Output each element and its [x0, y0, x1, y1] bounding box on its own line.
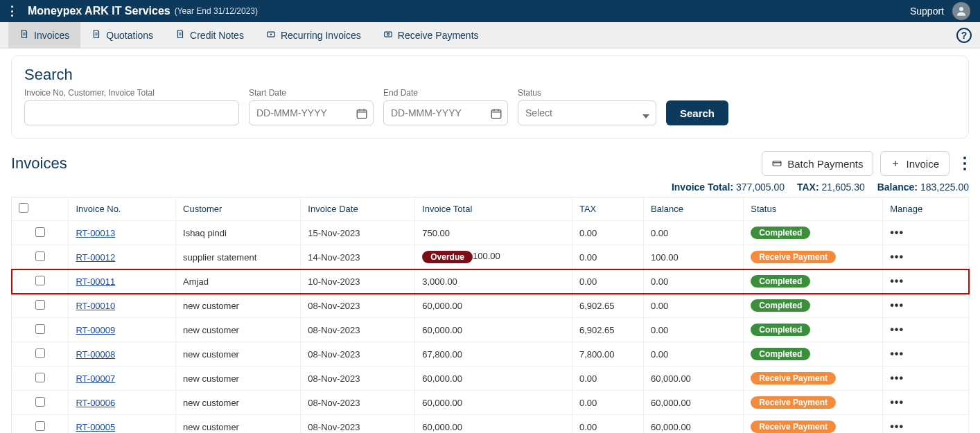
total-cell: 750.00 [415, 221, 572, 245]
help-button[interactable]: ? [956, 28, 972, 43]
row-actions-menu[interactable]: ••• [890, 299, 904, 311]
table-row: RT-00009new customer08-Nov-202360,000.00… [12, 318, 969, 342]
user-icon [955, 5, 968, 17]
row-select-checkbox[interactable] [35, 348, 45, 358]
col-invoice-total: Invoice Total [415, 197, 572, 221]
tax-cell: 0.00 [572, 269, 643, 294]
invoice-link[interactable]: RT-00005 [76, 422, 115, 432]
table-row: RT-00011Amjad10-Nov-20233,000.000.000.00… [12, 269, 969, 294]
tax-cell: 0.00 [572, 221, 643, 245]
date-cell: 08-Nov-2023 [301, 318, 415, 342]
invoice-link[interactable]: RT-00009 [76, 325, 115, 335]
row-actions-menu[interactable]: ••• [890, 396, 904, 408]
start-date-label: Start Date [249, 88, 374, 98]
tax-cell: 7,800.00 [572, 342, 643, 366]
table-row: RT-00012supplier statement14-Nov-2023Ove… [12, 245, 969, 269]
invoice-link[interactable]: RT-00013 [76, 228, 115, 238]
balance-cell: 60,000.00 [644, 391, 744, 415]
tax-cell: 0.00 [572, 245, 643, 269]
calendar-icon [490, 107, 502, 120]
row-select-checkbox[interactable] [35, 276, 45, 285]
status-badge: Completed [751, 299, 810, 312]
total-cell: Overdue100.00 [415, 245, 572, 269]
tab-receive-payments[interactable]: Receive Payments [372, 22, 490, 48]
status-badge: Completed [751, 324, 810, 336]
total-cell: 60,000.00 [415, 366, 572, 391]
customer-cell: new customer [176, 366, 301, 391]
balance-cell: 0.00 [644, 294, 744, 318]
balance-cell: 0.00 [644, 269, 744, 294]
search-panel: Search Invoice No, Customer, Invoice Tot… [11, 55, 969, 139]
start-date-input[interactable] [249, 100, 374, 125]
svg-rect-9 [385, 32, 392, 37]
col-tax: TAX [572, 197, 643, 221]
receive-payment-button[interactable]: Receive Payment [751, 372, 836, 385]
invoice-link[interactable]: RT-00006 [76, 398, 115, 408]
row-select-checkbox[interactable] [35, 421, 45, 431]
app-menu-toggle[interactable] [8, 6, 15, 17]
tab-quotations[interactable]: Quotations [80, 22, 164, 48]
row-actions-menu[interactable]: ••• [890, 348, 904, 360]
row-actions-menu[interactable]: ••• [890, 227, 904, 238]
balance-value: 183,225.00 [920, 182, 969, 193]
invoice-link[interactable]: RT-00010 [76, 301, 115, 311]
invoice-link[interactable]: RT-00007 [76, 373, 115, 384]
file-invoice-icon [19, 29, 29, 41]
receive-payment-button[interactable]: Receive Payment [751, 396, 836, 409]
date-cell: 14-Nov-2023 [301, 245, 415, 269]
file-invoice-icon [175, 29, 185, 41]
balance-cell: 60,000.00 [644, 366, 744, 391]
row-select-checkbox[interactable] [35, 300, 45, 310]
balance-cell: 100.00 [644, 245, 744, 269]
balance-label: Balance: [877, 182, 918, 193]
status-select[interactable] [518, 100, 656, 125]
row-select-checkbox[interactable] [35, 227, 45, 237]
customer-cell: Ishaq pindi [176, 221, 301, 245]
row-actions-menu[interactable]: ••• [890, 324, 904, 335]
support-link[interactable]: Support [910, 6, 944, 17]
row-actions-menu[interactable]: ••• [890, 275, 904, 287]
batch-payments-button[interactable]: Batch Payments [762, 151, 873, 176]
row-select-checkbox[interactable] [35, 373, 45, 382]
new-invoice-button[interactable]: Invoice [880, 151, 950, 176]
table-row: RT-00008new customer08-Nov-202367,800.00… [12, 342, 969, 366]
row-select-checkbox[interactable] [35, 397, 45, 407]
row-select-checkbox[interactable] [35, 251, 45, 261]
col-balance: Balance [644, 197, 744, 221]
invoice-link[interactable]: RT-00008 [76, 349, 115, 360]
total-cell: 60,000.00 [415, 318, 572, 342]
invoice-link[interactable]: RT-00011 [76, 276, 115, 287]
receive-payment-button[interactable]: Receive Payment [751, 421, 836, 433]
plus-icon [891, 159, 900, 168]
table-row: RT-00007new customer08-Nov-202360,000.00… [12, 366, 969, 391]
row-actions-menu[interactable]: ••• [890, 251, 904, 263]
invoice-link[interactable]: RT-00012 [76, 252, 115, 263]
end-date-input[interactable] [383, 100, 508, 125]
payment-icon [383, 29, 393, 41]
receive-payment-button[interactable]: Receive Payment [751, 251, 836, 263]
calendar-icon [356, 107, 368, 120]
svg-rect-19 [773, 161, 781, 166]
search-generic-input[interactable] [24, 100, 239, 125]
tab-invoices[interactable]: Invoices [8, 22, 80, 48]
search-generic-label: Invoice No, Customer, Invoice Total [24, 88, 239, 98]
totals-summary: Invoice Total: 377,005.00 TAX: 21,605.30… [11, 182, 969, 193]
search-button[interactable]: Search [666, 100, 728, 125]
select-all-checkbox[interactable] [19, 203, 28, 213]
tab-recurring-invoices[interactable]: Recurring Invoices [255, 22, 372, 48]
tab-credit-notes[interactable]: Credit Notes [164, 22, 255, 48]
svg-point-0 [959, 7, 963, 11]
tax-cell: 0.00 [572, 391, 643, 415]
row-actions-menu[interactable]: ••• [890, 421, 904, 432]
row-select-checkbox[interactable] [35, 324, 45, 334]
tax-label: TAX: [797, 182, 819, 193]
section-more-menu[interactable] [961, 157, 969, 170]
tax-cell: 6,902.65 [572, 294, 643, 318]
avatar[interactable] [952, 2, 970, 20]
total-cell: 60,000.00 [415, 415, 572, 434]
invoice-total-value: 377,005.00 [736, 182, 785, 193]
row-actions-menu[interactable]: ••• [890, 372, 904, 384]
app-topbar: Moneypex ARK IT Services (Year End 31/12… [0, 0, 980, 22]
customer-cell: new customer [176, 415, 301, 434]
total-cell: 60,000.00 [415, 391, 572, 415]
